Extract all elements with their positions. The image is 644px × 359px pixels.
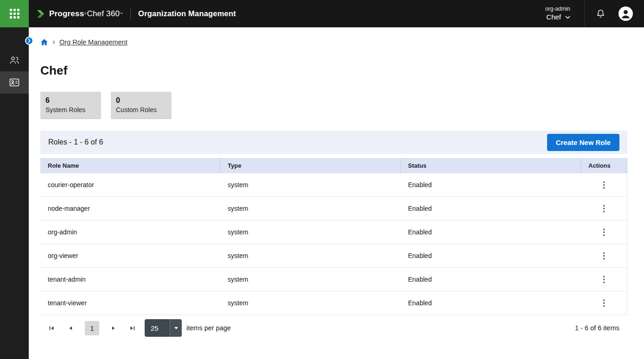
type-cell: system: [220, 299, 401, 307]
roles-panel-title: Roles - 1 - 6 of 6: [48, 138, 103, 146]
table-row: tenant-viewer system Enabled ⋮: [40, 291, 627, 315]
first-page-button[interactable]: [47, 323, 57, 333]
table-row: tenant-admin system Enabled ⋮: [40, 268, 627, 291]
brand-progress-text: Progress: [49, 9, 84, 19]
account-menu-button[interactable]: [618, 6, 633, 21]
next-page-button[interactable]: [108, 323, 118, 333]
type-cell: system: [220, 228, 401, 236]
bell-icon: [595, 8, 606, 19]
status-cell: Enabled: [401, 252, 581, 259]
first-page-icon: [49, 325, 55, 331]
items-per-page-label: items per page: [186, 324, 231, 332]
page-number-button[interactable]: 1: [85, 321, 99, 335]
breadcrumb: › Org Role Management: [40, 38, 627, 46]
sidebar-item-org-role-management[interactable]: [0, 71, 29, 94]
dropdown-caret-area: [170, 319, 182, 337]
home-icon[interactable]: [40, 38, 48, 46]
pager-range-label: 1 - 6 of 6 items: [575, 324, 621, 332]
table-header-row: Role Name Type Status Actions: [40, 158, 627, 173]
create-new-role-button[interactable]: Create New Role: [547, 134, 619, 151]
brand-logo: Progress®Chef 360™: [36, 9, 123, 19]
breadcrumb-link-org-role-management[interactable]: Org Role Management: [59, 38, 128, 46]
app-title: Organization Management: [138, 9, 236, 18]
role-name-cell: node-manager: [40, 205, 220, 212]
stat-card-system-roles: 6 System Roles: [40, 92, 101, 119]
role-name-cell: tenant-viewer: [40, 299, 220, 307]
previous-page-button[interactable]: [66, 323, 76, 333]
roles-panel: Roles - 1 - 6 of 6 Create New Role Role …: [40, 131, 627, 341]
user-avatar-icon: [618, 6, 633, 21]
status-cell: Enabled: [401, 181, 581, 189]
row-actions-kebab-menu-icon[interactable]: ⋮: [596, 202, 612, 214]
role-name-cell: org-admin: [40, 228, 220, 236]
custom-roles-label: Custom Roles: [116, 105, 166, 114]
table-row: node-manager system Enabled ⋮: [40, 197, 627, 220]
chevron-down-icon: [174, 327, 178, 329]
page-size-dropdown[interactable]: 25: [145, 319, 182, 337]
org-role-label: org-admin: [545, 6, 570, 13]
row-actions-kebab-menu-icon[interactable]: ⋮: [596, 273, 612, 285]
row-actions-kebab-menu-icon[interactable]: ⋮: [596, 179, 612, 191]
breadcrumb-chevron-icon: ›: [52, 38, 55, 45]
status-cell: Enabled: [401, 205, 581, 212]
apps-grid-icon: [10, 9, 19, 19]
system-roles-count: 6: [45, 95, 96, 105]
previous-page-icon: [68, 325, 74, 331]
pagination-bar: 1 25 items per p: [40, 315, 627, 341]
type-cell: system: [220, 252, 401, 259]
sidebar: [0, 27, 29, 359]
role-name-cell: courier-operator: [40, 181, 220, 189]
main-content: › Org Role Management Chef 6 System Role…: [29, 0, 644, 341]
row-actions-kebab-menu-icon[interactable]: ⋮: [596, 297, 612, 309]
notifications-button[interactable]: [595, 8, 606, 19]
table-row: org-viewer system Enabled ⋮: [40, 244, 627, 268]
roles-panel-header: Roles - 1 - 6 of 6 Create New Role: [40, 131, 627, 154]
stats-row: 6 System Roles 0 Custom Roles: [40, 92, 627, 119]
topbar-brand-divider: [130, 8, 131, 20]
sidebar-item-users[interactable]: [0, 49, 29, 71]
row-actions-kebab-menu-icon[interactable]: ⋮: [596, 226, 612, 238]
type-cell: system: [220, 205, 401, 212]
role-name-cell: tenant-admin: [40, 276, 220, 283]
table-body: courier-operator system Enabled ⋮ node-m…: [40, 173, 627, 315]
app-launcher-button[interactable]: [0, 0, 29, 27]
page-title: Chef: [40, 63, 627, 78]
last-page-button[interactable]: [128, 323, 137, 333]
status-cell: Enabled: [401, 299, 581, 307]
next-page-icon: [110, 325, 116, 331]
row-actions-kebab-menu-icon[interactable]: ⋮: [596, 250, 612, 262]
stat-card-custom-roles: 0 Custom Roles: [111, 92, 172, 119]
page-size-value: 25: [145, 319, 170, 337]
column-header-type: Type: [220, 158, 401, 173]
role-name-cell: org-viewer: [40, 252, 220, 259]
topbar-right: org-admin Chef: [545, 0, 644, 27]
sidebar-expand-button[interactable]: [25, 37, 33, 45]
system-roles-label: System Roles: [45, 105, 96, 114]
org-switcher[interactable]: org-admin Chef: [545, 6, 570, 22]
column-header-role-name: Role Name: [40, 158, 220, 173]
last-page-icon: [129, 325, 135, 331]
org-name-label: Chef: [546, 13, 561, 22]
progress-logo-icon: [36, 9, 46, 19]
role-badge-icon: [9, 77, 20, 88]
brand-reg-mark: ®: [84, 12, 86, 16]
column-header-actions: Actions: [581, 158, 627, 173]
brand-product-text: Chef 360: [87, 9, 120, 19]
table-row: org-admin system Enabled ⋮: [40, 220, 627, 244]
type-cell: system: [220, 276, 401, 283]
column-header-status: Status: [401, 158, 581, 173]
status-cell: Enabled: [401, 276, 581, 283]
custom-roles-count: 0: [116, 95, 166, 105]
topbar: Progress®Chef 360™ Organization Manageme…: [0, 0, 644, 27]
status-cell: Enabled: [401, 228, 581, 236]
table-row: courier-operator system Enabled ⋮: [40, 173, 627, 197]
brand-tm-mark: ™: [120, 12, 123, 16]
chevron-down-icon: [565, 16, 570, 19]
users-icon: [9, 55, 20, 65]
chevron-right-icon: [28, 38, 31, 43]
topbar-separator: [584, 0, 585, 27]
type-cell: system: [220, 181, 401, 189]
pager-nav: 1: [47, 321, 137, 335]
